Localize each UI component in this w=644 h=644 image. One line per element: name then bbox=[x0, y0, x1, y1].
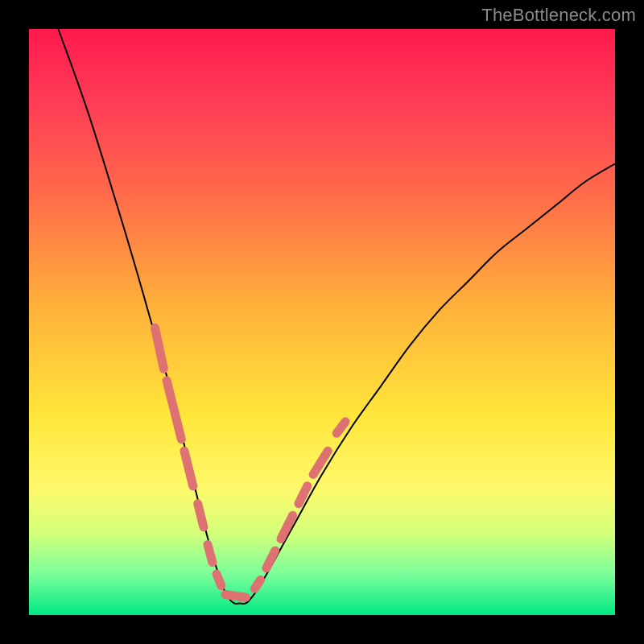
marker-segment bbox=[266, 551, 275, 568]
plot-area bbox=[29, 29, 615, 615]
chart-frame: TheBottleneck.com bbox=[0, 0, 644, 644]
marker-group bbox=[155, 328, 346, 597]
marker-segment bbox=[184, 451, 193, 486]
bottleneck-curve bbox=[58, 29, 615, 604]
marker-segment bbox=[281, 515, 293, 539]
marker-segment bbox=[254, 580, 260, 588]
marker-segment bbox=[217, 574, 221, 586]
watermark-text: TheBottleneck.com bbox=[481, 5, 636, 26]
marker-segment bbox=[299, 486, 308, 504]
marker-segment bbox=[336, 422, 345, 434]
marker-segment bbox=[225, 595, 246, 598]
marker-segment bbox=[313, 451, 328, 474]
marker-segment bbox=[208, 545, 213, 563]
chart-overlay bbox=[29, 29, 615, 615]
marker-segment bbox=[155, 328, 164, 369]
marker-segment bbox=[198, 504, 204, 527]
marker-segment bbox=[167, 381, 181, 440]
